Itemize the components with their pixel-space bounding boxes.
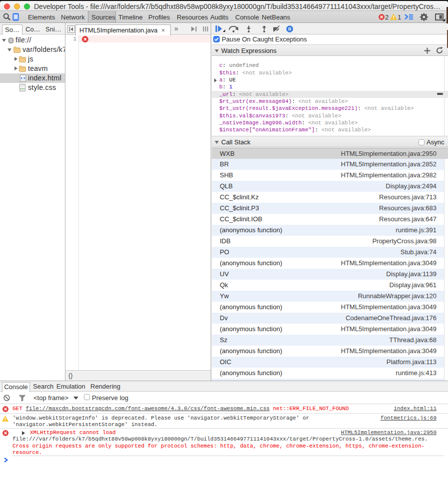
svg-text:css: css — [20, 87, 25, 90]
